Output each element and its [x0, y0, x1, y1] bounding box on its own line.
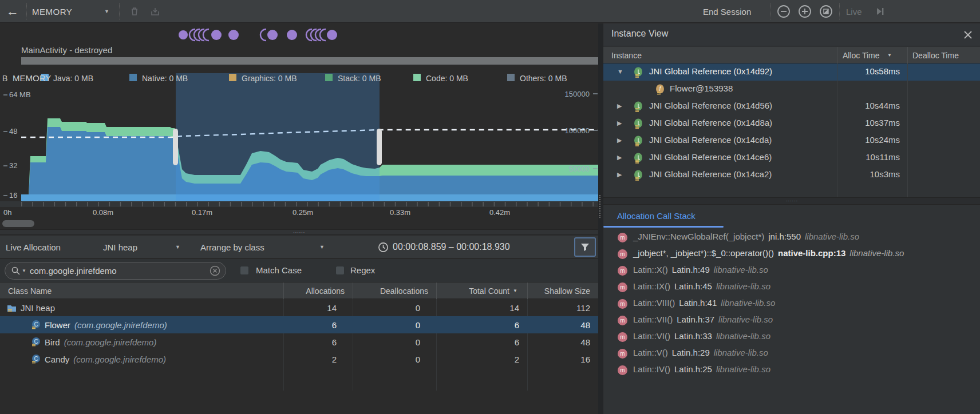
collapsed-arrow-icon[interactable]: ▶: [617, 154, 622, 161]
method-icon: m: [617, 249, 628, 260]
method-icon: m: [617, 282, 628, 293]
selection-overlay[interactable]: [176, 73, 380, 201]
deallocations-cell: 0: [353, 316, 420, 333]
stack-frame[interactable]: m Latin::VI()Latin.h:33libnative-lib.so: [603, 329, 980, 345]
instance-row[interactable]: ▶ JNI Global Reference (0x14ce6) 10s11ms: [603, 149, 980, 166]
sort-arrow-icon: ▼: [513, 282, 517, 299]
instance-label: JNI Global Reference (0x14d92): [649, 66, 772, 76]
stack-frame[interactable]: m _JNIEnv::NewGlobalRef(_jobject*)jni.h:…: [603, 229, 980, 246]
x-axis-label: 0.42m: [489, 208, 510, 217]
end-session-button[interactable]: End Session: [703, 0, 751, 23]
collapsed-arrow-icon[interactable]: ▶: [617, 137, 622, 144]
instance-view-titlebar: Instance View: [603, 23, 980, 46]
memory-chart[interactable]: [0, 70, 598, 209]
heap-folder-icon: [7, 303, 17, 313]
pane-splitter[interactable]: [598, 23, 603, 414]
column-header-total-count[interactable]: Total Count: [436, 282, 509, 299]
timeline-scrollbar[interactable]: [2, 220, 34, 227]
stack-frame[interactable]: m _jobject*, _jobject*)::$_0::operator()…: [603, 246, 980, 262]
svg-text:C: C: [34, 321, 38, 328]
export-session-button[interactable]: [148, 4, 163, 19]
column-header-instance[interactable]: Instance: [611, 47, 642, 63]
arrange-select[interactable]: Arrange by class: [200, 236, 264, 258]
regex-checkbox[interactable]: [335, 266, 345, 275]
gc-event-icon[interactable]: [179, 30, 337, 40]
live-allocation-tab[interactable]: Live Allocation: [6, 236, 61, 258]
expanded-arrow-icon[interactable]: ▼: [617, 68, 623, 75]
clear-search-icon[interactable]: [210, 265, 220, 276]
y-axis-label: 32: [9, 161, 17, 170]
legend-item-java: Java: 0 MB: [53, 74, 93, 83]
table-row-flower[interactable]: C Flower(com.google.jnirefdemo) 6 0 6 48: [0, 316, 598, 333]
x-axis-label: 0.08m: [93, 208, 113, 217]
selection-time-range: 00:00:08.859 – 00:00:18.930: [393, 236, 510, 258]
table-row-bird[interactable]: C Bird(com.google.jnirefdemo) 6 0 6 48: [0, 333, 598, 351]
toolbar-divider: [119, 3, 120, 19]
jump-to-live-button[interactable]: [872, 4, 887, 19]
filter-funnel-icon: [580, 242, 590, 252]
back-button[interactable]: ←: [3, 0, 22, 23]
allocations-cell: 6: [283, 333, 337, 351]
delete-session-button[interactable]: [127, 4, 142, 19]
filter-toggle-button[interactable]: [574, 237, 596, 257]
selection-handle-left[interactable]: [173, 129, 178, 165]
instance-row[interactable]: ▼ JNI Global Reference (0x14d92) 10s58ms: [603, 63, 980, 81]
shallow-size-cell: 112: [527, 299, 590, 316]
chevron-down-icon[interactable]: ▼: [319, 236, 325, 258]
class-name-cell: Flower(com.google.jnirefdemo): [45, 316, 167, 333]
stack-frame[interactable]: m Latin::VIII()Latin.h:41libnative-lib.s…: [603, 296, 980, 312]
heap-select[interactable]: JNI heap: [103, 236, 137, 258]
activity-lifecycle-bar: [21, 57, 598, 65]
column-header-deallocations[interactable]: Deallocations: [353, 282, 428, 299]
collapsed-arrow-icon[interactable]: ▶: [617, 171, 622, 178]
stack-frame[interactable]: m Latin::VII()Latin.h:37libnative-lib.so: [603, 312, 980, 329]
shallow-size-cell: 48: [527, 333, 590, 351]
instance-label: JNI Global Reference (0x14d8a): [649, 118, 772, 128]
search-input[interactable]: ▼ com.google.jnirefdemo: [5, 262, 226, 280]
stack-frame[interactable]: m Latin::IV()Latin.h:25libnative-lib.so: [603, 362, 980, 379]
svg-text:m: m: [620, 234, 625, 241]
instance-child-row[interactable]: f Flower@153938: [603, 81, 980, 98]
instance-row[interactable]: ▶ JNI Global Reference (0x14ca2) 10s3ms: [603, 166, 980, 184]
match-case-label[interactable]: Match Case: [256, 265, 302, 275]
stack-frame[interactable]: m Latin::IX()Latin.h:45libnative-lib.so: [603, 279, 980, 296]
regex-label[interactable]: Regex: [350, 265, 375, 275]
package-name: (com.google.jnirefdemo): [73, 355, 166, 364]
alloc-time-cell: 10s44ms: [837, 101, 900, 110]
stack-frame[interactable]: m Latin::X()Latin.h:49libnative-lib.so: [603, 262, 980, 279]
allocations-cell: 2: [283, 351, 337, 368]
zoom-out-button[interactable]: [776, 4, 791, 19]
chevron-down-icon[interactable]: ▼: [104, 0, 109, 23]
alloc-time-cell: 10s3ms: [837, 169, 900, 179]
column-header-class-name[interactable]: Class Name: [8, 282, 52, 299]
column-header-shallow-size[interactable]: Shallow Size: [527, 282, 590, 299]
class-icon: C: [31, 337, 41, 347]
profiler-selector[interactable]: MEMORY: [32, 0, 72, 23]
table-row-candy[interactable]: C Candy(com.google.jnirefdemo) 2 0 2 16: [0, 351, 598, 368]
column-header-alloc-time[interactable]: Alloc Time: [843, 47, 880, 63]
stack-frame[interactable]: m Latin::V()Latin.h:29libnative-lib.so: [603, 345, 980, 362]
instance-row[interactable]: ▶ JNI Global Reference (0x14d56) 10s44ms: [603, 98, 980, 115]
legend-item-others: Others: 0 MB: [520, 74, 567, 83]
legend-swatch-code: [413, 74, 421, 81]
instance-row[interactable]: ▶ JNI Global Reference (0x14d8a) 10s37ms: [603, 115, 980, 132]
horizontal-splitter[interactable]: ∙∙∙∙∙∙: [603, 197, 980, 205]
tab-allocation-call-stack[interactable]: Allocation Call Stack: [617, 211, 696, 221]
collapsed-arrow-icon[interactable]: ▶: [617, 102, 622, 110]
search-history-chevron-icon[interactable]: ▼: [22, 268, 26, 273]
table-row-jni-heap[interactable]: JNI heap 14 0 14 112: [0, 299, 598, 316]
horizontal-splitter[interactable]: ∙∙∙∙∙∙: [0, 229, 598, 235]
class-name-cell: JNI heap: [21, 299, 55, 316]
close-icon[interactable]: [962, 29, 974, 41]
live-button[interactable]: Live: [846, 0, 862, 23]
selection-handle-right[interactable]: [377, 129, 382, 165]
chevron-down-icon[interactable]: ▼: [175, 236, 180, 258]
zoom-in-button[interactable]: [797, 4, 812, 19]
match-case-checkbox[interactable]: [240, 266, 249, 275]
column-header-dealloc-time[interactable]: Dealloc Time: [912, 47, 959, 63]
instance-view-pane: Instance View Instance Alloc Time ▼ Deal…: [603, 23, 980, 414]
reset-zoom-button[interactable]: [819, 4, 833, 19]
instance-row[interactable]: ▶ JNI Global Reference (0x14cda) 10s24ms: [603, 132, 980, 149]
collapsed-arrow-icon[interactable]: ▶: [617, 120, 622, 127]
column-header-allocations[interactable]: Allocations: [283, 282, 345, 299]
